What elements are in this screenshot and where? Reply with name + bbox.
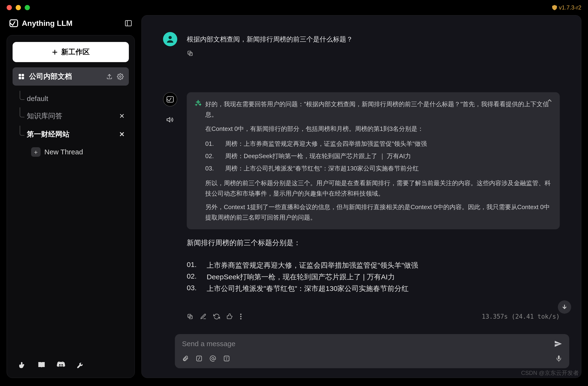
app-name: Anything LLM	[22, 19, 72, 28]
mention-icon[interactable]	[210, 355, 216, 362]
user-message: 根据内部文档查阅，新闻排行周榜的前三个是什么标题？	[163, 32, 560, 57]
grid-icon	[18, 73, 25, 80]
svg-rect-7	[19, 77, 21, 79]
thread-label: 第一财经网站	[27, 130, 69, 139]
chevron-up-icon[interactable]	[546, 97, 553, 104]
hand-icon[interactable]	[17, 360, 27, 370]
svg-point-19	[240, 316, 242, 317]
svg-rect-5	[19, 74, 21, 76]
workspace-name: 公司内部文档	[29, 72, 72, 81]
svg-point-24	[212, 357, 214, 359]
new-workspace-label: 新工作区	[61, 47, 90, 57]
svg-text:T: T	[225, 356, 228, 361]
svg-point-11	[168, 36, 171, 39]
thread-label: default	[27, 95, 48, 103]
plus-icon: ＋	[31, 147, 41, 157]
new-workspace-button[interactable]: 新工作区	[13, 42, 129, 62]
microphone-icon[interactable]	[555, 354, 562, 363]
answer-list: 01.上市券商监管规定再迎大修，证监会四举措加强监管促"领头羊"做强 02.De…	[187, 261, 560, 293]
version-label: v1.7.3-r2	[552, 4, 581, 11]
reasoning-text: 在Context 0中，有新闻排行的部分，包括周榜和月榜。周榜的第1到3名分别是…	[205, 124, 552, 134]
minimize-window-button[interactable]	[16, 5, 21, 10]
window-controls	[7, 5, 30, 10]
assistant-message: 好的，我现在需要回答用户的问题："根据内部文档查阅，新闻排行周榜的前三个是什么标…	[163, 92, 560, 320]
svg-line-23	[198, 357, 200, 360]
close-icon[interactable]: ✕	[119, 112, 125, 120]
close-window-button[interactable]	[7, 5, 12, 10]
svg-marker-15	[167, 118, 170, 122]
reasoning-text: 另外，Context 1提到了一些直播和会议的信息，但与新闻排行直接相关的是Co…	[205, 202, 552, 223]
svg-point-20	[240, 318, 242, 319]
more-icon[interactable]	[240, 313, 242, 320]
regenerate-icon[interactable]	[213, 313, 220, 320]
svg-point-10	[120, 76, 121, 77]
app-logo: Anything LLM	[9, 19, 72, 28]
book-icon[interactable]	[36, 360, 47, 370]
close-icon[interactable]: ✕	[119, 130, 125, 138]
new-thread-button[interactable]: ＋ New Thread	[29, 144, 129, 160]
answer-lead: 新闻排行周榜的前三个标题分别是：	[187, 236, 560, 249]
thumbs-up-icon[interactable]	[227, 313, 233, 320]
thread-item-default[interactable]: default	[17, 91, 129, 106]
slash-command-icon[interactable]	[196, 355, 202, 362]
new-thread-label: New Thread	[44, 148, 83, 156]
logo-icon	[9, 19, 19, 28]
sidebar: Anything LLM 新工作区 公司内部文档 defa	[7, 15, 135, 378]
sparkle-icon	[195, 100, 201, 106]
thread-list: default 知识库问答 ✕ 第一财经网站 ✕ ＋ New Thread	[17, 91, 129, 160]
edit-icon[interactable]	[200, 313, 207, 320]
message-input[interactable]	[182, 340, 549, 348]
reasoning-box: 好的，我现在需要回答用户的问题："根据内部文档查阅，新闻排行周榜的前三个是什么标…	[187, 92, 560, 229]
gear-icon[interactable]	[117, 73, 124, 80]
wrench-icon[interactable]	[75, 360, 86, 370]
reasoning-list: 01.周榜：上市券商监管规定再迎大修，证监会四举措加强监管促"领头羊"做强 02…	[205, 138, 552, 174]
user-avatar	[163, 32, 177, 46]
speaker-icon[interactable]	[166, 116, 174, 124]
collapse-sidebar-icon[interactable]	[124, 19, 132, 27]
shield-icon	[552, 5, 557, 10]
chat-scroll[interactable]: 根据内部文档查阅，新闻排行周榜的前三个是什么标题？	[142, 15, 581, 334]
svg-point-18	[240, 314, 242, 315]
svg-rect-8	[21, 77, 24, 79]
workspace-row[interactable]: 公司内部文档	[13, 67, 129, 86]
watermark: CSDN @京东云开发者	[521, 369, 579, 377]
message-actions: 13.357s (24.41 tok/s)	[187, 313, 560, 320]
copy-icon[interactable]	[187, 313, 193, 320]
plus-icon	[52, 49, 58, 55]
thread-item-yicai[interactable]: 第一财经网站 ✕	[17, 126, 129, 143]
attachment-icon[interactable]	[182, 355, 189, 362]
thread-label: 知识库问答	[27, 111, 63, 121]
reasoning-text: 所以，周榜的前三个标题分别是这三个。用户可能是在查看新闻排行，需要了解当前最关注…	[205, 178, 552, 199]
titlebar: v1.7.3-r2	[0, 0, 588, 15]
generation-stats: 13.357s (24.41 tok/s)	[482, 313, 560, 320]
svg-rect-6	[21, 74, 24, 76]
upload-icon[interactable]	[106, 73, 113, 80]
maximize-window-button[interactable]	[25, 5, 30, 10]
copy-icon[interactable]	[187, 50, 193, 57]
text-size-icon[interactable]: T	[223, 355, 230, 362]
discord-icon[interactable]	[56, 360, 66, 370]
reasoning-text: 好的，我现在需要回答用户的问题："根据内部文档查阅，新闻排行周榜的前三个是什么标…	[205, 99, 552, 120]
sidebar-bottom-icons	[13, 354, 129, 371]
user-text: 根据内部文档查阅，新闻排行周榜的前三个是什么标题？	[187, 32, 560, 44]
chat-panel: 根据内部文档查阅，新闻排行周榜的前三个是什么标题？	[141, 15, 581, 378]
composer: T	[175, 334, 569, 368]
thread-item-knowledge[interactable]: 知识库问答 ✕	[17, 107, 129, 125]
assistant-avatar	[163, 92, 177, 106]
svg-rect-1	[125, 21, 131, 26]
scroll-down-button[interactable]	[558, 300, 571, 314]
send-icon[interactable]	[554, 340, 562, 348]
